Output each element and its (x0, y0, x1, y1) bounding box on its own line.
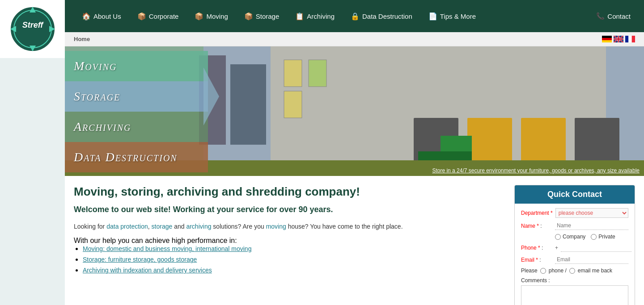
nav-item-about-us[interactable]: 🏠 About Us (74, 0, 129, 32)
svg-rect-11 (625, 36, 628, 42)
email-row: Email * : (521, 255, 628, 264)
comments-textarea[interactable] (521, 285, 628, 305)
name-label: Name * : (521, 223, 552, 229)
hero-label-archiving: Archiving (65, 112, 208, 142)
hero-label-data-destruction: Data Destruction (65, 142, 208, 172)
phone-icon: 📞 (596, 12, 605, 20)
sub-heading: Welcome to our web site! Working at your… (74, 205, 501, 214)
name-input[interactable] (555, 221, 628, 230)
private-radio-label[interactable]: Private (591, 234, 615, 240)
quick-contact-header: Quick Contact (515, 185, 635, 204)
logo-area: Streff (0, 0, 65, 58)
moving-icon: 📦 (195, 12, 203, 21)
private-radio[interactable] (591, 234, 597, 240)
name-row: Name * : (521, 221, 628, 230)
list-item: Moving: domestic and business moving, in… (83, 245, 501, 253)
link-storage[interactable]: storage (152, 223, 173, 230)
tips-more-icon: 📄 (428, 12, 437, 21)
nav-item-moving[interactable]: 📦 Moving (186, 0, 236, 32)
email-pref-radio[interactable] (569, 268, 575, 274)
service-list: Moving: domestic and business moving, in… (83, 245, 501, 274)
intro-text: Looking for data protection, storage and… (74, 221, 501, 231)
link-moving[interactable]: moving (266, 223, 286, 230)
main-content: Moving, storing, archiving and shredding… (65, 176, 644, 305)
french-flag[interactable] (625, 36, 635, 42)
svg-rect-20 (284, 91, 302, 118)
uk-flag[interactable] (614, 36, 623, 42)
nav-items: 🏠 About Us 📦 Corporate 📦 Moving 📦 Storag… (74, 0, 592, 32)
hero-labels: Moving Storage Archiving Data Destructio… (65, 46, 208, 176)
phone-input[interactable] (561, 243, 631, 252)
comments-label: Comments : (521, 277, 628, 284)
phone-row: Phone * : + (521, 243, 628, 252)
corporate-icon: 📦 (137, 12, 146, 21)
breadcrumb: Home (74, 36, 90, 42)
hero-section: Moving Storage Archiving Data Destructio… (65, 46, 644, 176)
contact-preference-row: Please phone / email me back (521, 267, 628, 274)
nav-label-tips-more: Tips & More (440, 13, 476, 20)
svg-rect-27 (441, 136, 472, 151)
svg-rect-13 (632, 36, 635, 42)
nav-item-archiving[interactable]: 📋 Archiving (287, 0, 343, 32)
nav-label-storage: Storage (256, 13, 280, 20)
breadcrumb-bar: Home (0, 32, 644, 46)
nav-label-data-destruction: Data Destruction (362, 13, 412, 20)
content-left: Moving, storing, archiving and shredding… (74, 185, 505, 305)
nav-label-about-us: About Us (93, 13, 121, 20)
hero-label-storage: Storage (65, 81, 208, 112)
storage-icon: 📦 (244, 12, 253, 21)
language-flags (602, 36, 635, 42)
service-link-archiving[interactable]: Archiving with indexation and delivery s… (83, 267, 212, 274)
svg-rect-19 (284, 60, 302, 87)
svg-text:Streff: Streff (22, 21, 44, 29)
nav-item-tips-more[interactable]: 📄 Tips & More (420, 0, 484, 32)
nav-label-moving: Moving (206, 13, 228, 20)
top-navigation: 🏠 About Us 📦 Corporate 📦 Moving 📦 Storag… (65, 0, 644, 32)
company-private-group: Company Private (555, 234, 628, 240)
nav-item-corporate[interactable]: 📦 Corporate (129, 0, 187, 32)
data-destruction-icon: 🔒 (351, 12, 360, 21)
hero-arrow (203, 67, 219, 125)
phone-label: Phone * : (521, 245, 552, 251)
email-input[interactable] (555, 255, 628, 264)
department-select[interactable]: please choose (555, 208, 628, 218)
service-link-moving[interactable]: Moving: domestic and business moving, in… (83, 245, 251, 252)
quick-contact-panel: Quick Contact Department * please choose… (514, 185, 635, 305)
main-heading: Moving, storing, archiving and shredding… (74, 185, 501, 199)
logo-icon: Streff (8, 4, 57, 54)
svg-rect-8 (602, 38, 612, 40)
list-item: Storage: furniture storage, goods storag… (83, 255, 501, 263)
phone-pref-radio[interactable] (540, 268, 546, 274)
home-icon: 🏠 (82, 12, 91, 21)
department-label: Department * (521, 210, 553, 216)
link-data-protection[interactable]: data protection (106, 223, 148, 230)
svg-rect-9 (602, 40, 612, 42)
svg-rect-7 (602, 36, 612, 38)
link-archiving[interactable]: archiving (186, 223, 211, 230)
nav-label-archiving: Archiving (307, 13, 335, 20)
phone-prefix: + (555, 245, 558, 251)
svg-rect-21 (309, 60, 326, 87)
hero-label-moving: Moving (65, 51, 208, 81)
german-flag[interactable] (602, 36, 612, 42)
contact-label: Contact (607, 13, 631, 20)
svg-rect-12 (628, 36, 631, 42)
svg-rect-17 (230, 64, 266, 145)
contact-item[interactable]: 📞 Contact (592, 12, 635, 20)
list-item: Archiving with indexation and delivery s… (83, 266, 501, 274)
nav-item-storage[interactable]: 📦 Storage (236, 0, 288, 32)
archiving-icon: 📋 (295, 12, 304, 21)
department-row: Department * please choose (521, 208, 628, 218)
company-radio-label[interactable]: Company (555, 234, 585, 240)
company-radio[interactable] (555, 234, 561, 240)
nav-label-corporate: Corporate (149, 13, 179, 20)
service-link-storage[interactable]: Storage: furniture storage, goods storag… (83, 256, 197, 263)
hero-caption: Store in a 24/7 secure environment your … (432, 167, 640, 174)
perf-text: With our help you can achieve high perfo… (74, 237, 501, 245)
nav-item-data-destruction[interactable]: 🔒 Data Destruction (343, 0, 420, 32)
quick-contact-body: Department * please choose Name * : (515, 204, 635, 305)
email-label: Email * : (521, 257, 552, 263)
